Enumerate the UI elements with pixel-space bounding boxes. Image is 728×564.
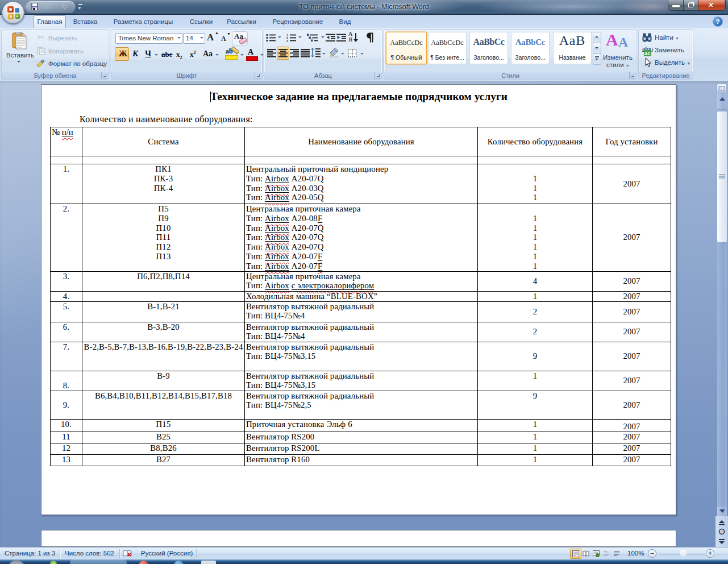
svg-text:3: 3 (286, 39, 288, 42)
